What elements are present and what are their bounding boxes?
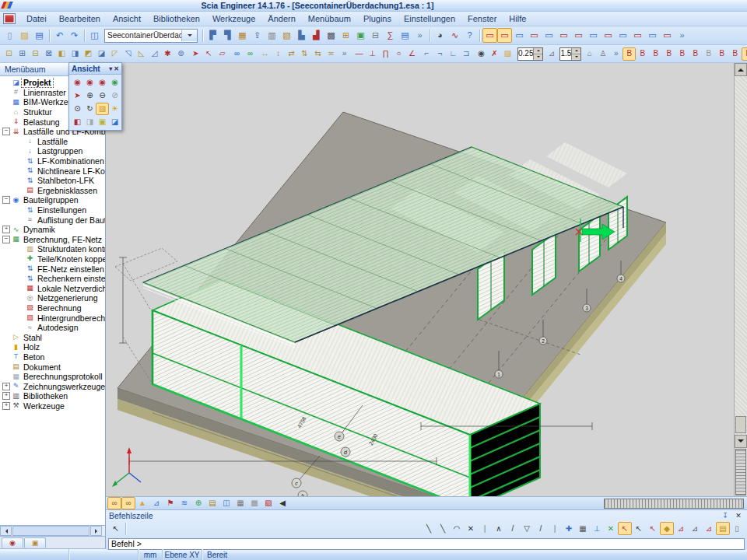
join-beam-icon[interactable]: ◨ bbox=[68, 47, 82, 61]
table-icon[interactable]: ⊟ bbox=[368, 28, 383, 43]
dimension-level-icon[interactable]: ≍ bbox=[324, 47, 338, 61]
pan-roller[interactable] bbox=[604, 499, 744, 509]
ucs-icon[interactable]: ➤ bbox=[71, 89, 84, 102]
menu-item[interactable]: Ändern bbox=[261, 12, 301, 25]
menu-item[interactable]: Fenster bbox=[461, 12, 503, 25]
snap-intersection-icon[interactable]: ◆ bbox=[660, 522, 674, 535]
zoom-out-icon[interactable]: ⊖ bbox=[96, 89, 109, 102]
spinner-up-icon[interactable] bbox=[572, 48, 580, 54]
load-scale-spinner[interactable]: 1.5 bbox=[559, 47, 581, 61]
corner-tr-icon[interactable]: ¬ bbox=[433, 47, 447, 61]
scale-icon[interactable]: ◺ bbox=[135, 47, 148, 61]
snap-tangent-icon[interactable]: ⊿ bbox=[688, 522, 702, 535]
snap-perp-icon[interactable]: ⊿ bbox=[674, 522, 688, 535]
spinner-down-icon[interactable] bbox=[572, 54, 580, 60]
invert-selection-icon[interactable]: ▭ bbox=[630, 28, 645, 43]
snap-endpoint-icon[interactable]: ↖ bbox=[618, 522, 632, 535]
tree-item[interactable]: + ∿ Dynamik bbox=[0, 225, 105, 235]
label-toggle-icon-10[interactable]: B bbox=[742, 47, 747, 61]
delete-member-icon[interactable]: ⊠ bbox=[42, 47, 55, 61]
scale-spinner[interactable]: 0.25 bbox=[517, 47, 543, 61]
tree-item[interactable]: ▷ Stahl bbox=[0, 332, 105, 342]
circle-icon[interactable]: ○ bbox=[392, 47, 405, 61]
redo-icon[interactable]: ↷ bbox=[67, 28, 82, 43]
panel-tab[interactable]: ◉ bbox=[2, 537, 23, 548]
open-layer-icon[interactable]: ▨ bbox=[501, 47, 514, 61]
label-toggle-icon-7[interactable]: B bbox=[702, 47, 715, 61]
label-display-icon[interactable]: ▤ bbox=[205, 497, 219, 509]
tree-item[interactable]: ↓ Lastfälle bbox=[0, 137, 105, 147]
pin-icon[interactable]: ↧ bbox=[720, 510, 731, 521]
explode-icon[interactable]: ✱ bbox=[161, 47, 174, 61]
project-combobox[interactable]: SeecontainerÜberdac bbox=[104, 29, 198, 43]
tree-item[interactable]: ▧ Berechnung bbox=[0, 303, 105, 313]
rotation-roller[interactable] bbox=[735, 449, 746, 495]
scroll-right-icon[interactable] bbox=[90, 526, 102, 536]
menu-item[interactable]: Bibliotheken bbox=[147, 12, 206, 25]
scroll-up-icon[interactable] bbox=[735, 63, 747, 76]
model-canvas[interactable]: e d c b 1 2 3 4 bbox=[106, 63, 735, 496]
select-layer-icon[interactable]: ▭ bbox=[586, 28, 601, 43]
scroll-left-icon[interactable]: ◀ bbox=[275, 497, 289, 509]
remove-node-icon[interactable]: ⊟ bbox=[29, 47, 42, 61]
label-toggle-icon-6[interactable]: B bbox=[689, 47, 702, 61]
select-all-icon[interactable]: ▭ bbox=[542, 28, 556, 43]
select-single-icon[interactable]: ▭ bbox=[482, 28, 497, 43]
menu-item[interactable]: Plugins bbox=[357, 12, 398, 25]
section-display-icon[interactable]: ≋ bbox=[177, 497, 191, 509]
print-icon[interactable]: ▩ bbox=[324, 28, 338, 43]
person-display-icon[interactable]: ♙ bbox=[596, 47, 609, 61]
snap-nearest-icon[interactable]: ↖ bbox=[646, 522, 660, 535]
clipping-box-icon[interactable]: ▨ bbox=[96, 103, 109, 115]
polyline-icon[interactable]: ∏ bbox=[379, 47, 392, 61]
camera-off-icon[interactable]: ◨ bbox=[83, 116, 96, 128]
snap-slash-icon[interactable]: / bbox=[506, 522, 520, 535]
structure-display-icon[interactable]: ⌂ bbox=[583, 47, 596, 61]
menu-item[interactable]: Werkzeuge bbox=[206, 12, 261, 25]
grid-display-icon[interactable]: ▦ bbox=[233, 497, 247, 509]
select-previous-icon[interactable]: ▭ bbox=[571, 28, 586, 43]
wireframe-link-icon[interactable]: ∞ bbox=[107, 497, 121, 509]
lasso-icon[interactable]: ▱ bbox=[216, 47, 229, 61]
label-toggle-icon-9[interactable]: B bbox=[728, 47, 742, 61]
tree-item[interactable]: ↓ Lastgruppen bbox=[0, 146, 105, 156]
viewport-vertical-scrollbar[interactable] bbox=[734, 63, 747, 496]
scroll-down-icon[interactable] bbox=[735, 435, 747, 448]
select-polygon-icon[interactable]: ▭ bbox=[512, 28, 527, 43]
snap-midpoint-icon[interactable]: ↖ bbox=[632, 522, 646, 535]
save-icon[interactable]: ▤ bbox=[32, 28, 47, 43]
viewport-3d[interactable]: e d c b 1 2 3 4 bbox=[106, 63, 747, 496]
overflow-chevron-icon[interactable]: » bbox=[675, 28, 689, 43]
tree-item[interactable]: ▥ Strukturdaten kontro bbox=[0, 244, 105, 254]
tree-item[interactable]: ▦ Lokale Netzverdichtur bbox=[0, 283, 105, 293]
label-toggle-icon-4[interactable]: B bbox=[662, 47, 675, 61]
help-icon[interactable]: ? bbox=[462, 28, 477, 43]
tree-item[interactable]: ≈ Autodesign bbox=[0, 323, 105, 333]
hatch-toggle-icon[interactable]: ⊿ bbox=[545, 47, 558, 61]
tree-item[interactable]: ▦ Berechnungsprotokoll bbox=[0, 372, 105, 382]
status-unit[interactable]: mm bbox=[139, 549, 163, 560]
palette-close-icon[interactable]: ✕ bbox=[114, 65, 119, 72]
menu-item[interactable]: Hilfe bbox=[503, 12, 532, 25]
tree-item[interactable]: ⇅ Nichtlineare LF-Kombi bbox=[0, 166, 105, 176]
tree-item[interactable]: ✚ Teile/Knoten koppeln bbox=[0, 254, 105, 264]
label-toggle-icon-3[interactable]: B bbox=[649, 47, 662, 61]
image-icon[interactable]: ▧ bbox=[279, 28, 294, 43]
tree-item[interactable]: ⇅ Rechenkern einstellen bbox=[0, 274, 105, 284]
tree-item[interactable]: ⇅ FE-Netz einstellen bbox=[0, 264, 105, 274]
render-mode-icon[interactable]: ▲ bbox=[135, 497, 149, 509]
corner-bl-icon[interactable]: ∟ bbox=[447, 47, 460, 61]
flag-icon[interactable]: ⚑ bbox=[163, 497, 177, 509]
group-icon[interactable]: ⊜ bbox=[174, 47, 188, 61]
tree-expand-icon[interactable]: + bbox=[2, 226, 10, 233]
spinner-up-icon[interactable] bbox=[534, 48, 542, 54]
panel-tab[interactable]: ▣ bbox=[24, 537, 46, 548]
tree-item[interactable]: − ▦ Berechnung, FE-Netz bbox=[0, 235, 105, 245]
document-icon[interactable]: ▣ bbox=[353, 28, 368, 43]
scrollbar-thumb[interactable] bbox=[12, 526, 89, 536]
visibility-icon[interactable]: ◉ bbox=[475, 47, 488, 61]
palette-menu-icon[interactable]: ▾ bbox=[109, 65, 112, 72]
zoom-in-icon[interactable]: ⊕ bbox=[83, 89, 96, 102]
menu-item[interactable]: Einstellungen bbox=[398, 12, 461, 25]
tree-item[interactable]: − ◉ Bauteilgruppen bbox=[0, 195, 105, 205]
